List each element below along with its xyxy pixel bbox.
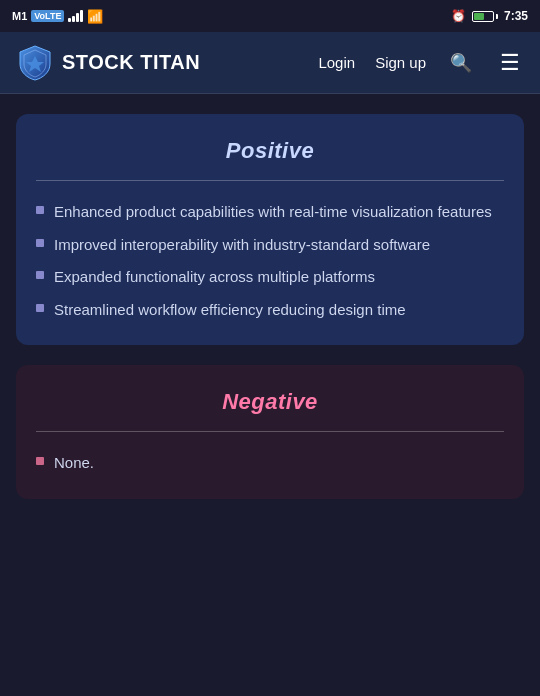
time-display: 7:35 — [504, 9, 528, 23]
logo-icon — [16, 44, 54, 82]
positive-title: Positive — [36, 138, 504, 164]
positive-item-2: Improved interoperability with industry-… — [54, 234, 430, 257]
list-item: Enhanced product capabilities with real-… — [36, 201, 504, 224]
logo-text: STOCK TITAN — [62, 51, 200, 74]
status-left: M1 VoLTE 📶 — [12, 9, 103, 24]
battery-icon — [472, 11, 498, 22]
nav-links: Login Sign up 🔍 ☰ — [318, 48, 524, 78]
list-item: Expanded functionality across multiple p… — [36, 266, 504, 289]
negative-list: None. — [36, 452, 504, 475]
login-link[interactable]: Login — [318, 54, 355, 71]
positive-card: Positive Enhanced product capabilities w… — [16, 114, 524, 345]
list-item: Streamlined workflow efficiency reducing… — [36, 299, 504, 322]
bullet-marker — [36, 239, 44, 247]
bullet-marker — [36, 271, 44, 279]
bullet-marker — [36, 457, 44, 465]
search-icon[interactable]: 🔍 — [446, 50, 476, 76]
negative-title: Negative — [36, 389, 504, 415]
negative-divider — [36, 431, 504, 432]
menu-icon[interactable]: ☰ — [496, 48, 524, 78]
positive-item-1: Enhanced product capabilities with real-… — [54, 201, 492, 224]
positive-list: Enhanced product capabilities with real-… — [36, 201, 504, 321]
positive-item-4: Streamlined workflow efficiency reducing… — [54, 299, 406, 322]
positive-divider — [36, 180, 504, 181]
positive-item-3: Expanded functionality across multiple p… — [54, 266, 375, 289]
bullet-marker — [36, 206, 44, 214]
navbar: STOCK TITAN Login Sign up 🔍 ☰ — [0, 32, 540, 94]
signup-link[interactable]: Sign up — [375, 54, 426, 71]
status-right: ⏰ 7:35 — [451, 9, 528, 23]
bullet-marker — [36, 304, 44, 312]
alarm-icon: ⏰ — [451, 9, 466, 23]
list-item: Improved interoperability with industry-… — [36, 234, 504, 257]
list-item: None. — [36, 452, 504, 475]
wifi-icon: 📶 — [87, 9, 103, 24]
signal-icon — [68, 10, 83, 22]
negative-card: Negative None. — [16, 365, 524, 499]
status-bar: M1 VoLTE 📶 ⏰ 7:35 — [0, 0, 540, 32]
main-content: Positive Enhanced product capabilities w… — [0, 94, 540, 519]
carrier-label: M1 — [12, 10, 27, 22]
volte-badge: VoLTE — [31, 10, 64, 22]
logo-area: STOCK TITAN — [16, 44, 318, 82]
negative-item-1: None. — [54, 452, 94, 475]
